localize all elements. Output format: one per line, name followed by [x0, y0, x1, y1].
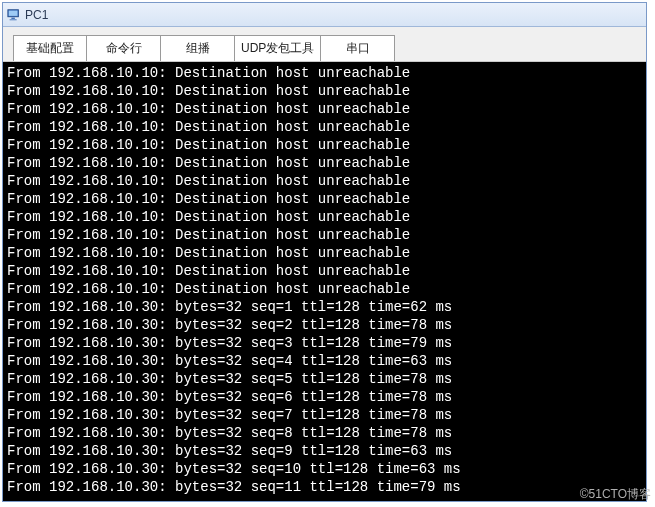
tab-label: 基础配置 [26, 40, 74, 57]
terminal-line: From 192.168.10.10: Destination host unr… [7, 154, 642, 172]
terminal-line: From 192.168.10.30: bytes=32 seq=11 ttl=… [7, 478, 642, 496]
tab-label: 组播 [186, 40, 210, 57]
svg-rect-2 [11, 17, 15, 18]
window-title: PC1 [25, 8, 48, 22]
tab-command-line[interactable]: 命令行 [87, 35, 161, 61]
terminal-line: From 192.168.10.10: Destination host unr… [7, 100, 642, 118]
terminal-line: From 192.168.10.30: bytes=32 seq=10 ttl=… [7, 460, 642, 478]
terminal-line: From 192.168.10.10: Destination host unr… [7, 172, 642, 190]
tab-multicast[interactable]: 组播 [161, 35, 235, 61]
terminal-line: From 192.168.10.10: Destination host unr… [7, 208, 642, 226]
tab-udp-tool[interactable]: UDP发包工具 [235, 35, 321, 61]
tabbar: 基础配置 命令行 组播 UDP发包工具 串口 [3, 27, 646, 62]
terminal-line: From 192.168.10.30: bytes=32 seq=3 ttl=1… [7, 334, 642, 352]
watermark: ©51CTO博客 [580, 486, 651, 503]
terminal-line: From 192.168.10.30: bytes=32 seq=6 ttl=1… [7, 388, 642, 406]
tab-label: 命令行 [106, 40, 142, 57]
terminal-line: From 192.168.10.30: bytes=32 seq=7 ttl=1… [7, 406, 642, 424]
tab-label: 串口 [346, 40, 370, 57]
terminal-line: From 192.168.10.10: Destination host unr… [7, 280, 642, 298]
terminal-line: From 192.168.10.10: Destination host unr… [7, 244, 642, 262]
terminal-line: From 192.168.10.30: bytes=32 seq=8 ttl=1… [7, 424, 642, 442]
app-window: PC1 基础配置 命令行 组播 UDP发包工具 串口 From 192.168.… [2, 2, 647, 502]
terminal-line: From 192.168.10.10: Destination host unr… [7, 82, 642, 100]
pc-icon [7, 8, 21, 22]
terminal-line: From 192.168.10.30: bytes=32 seq=4 ttl=1… [7, 352, 642, 370]
svg-rect-1 [9, 10, 18, 15]
terminal-line: From 192.168.10.30: bytes=32 seq=9 ttl=1… [7, 442, 642, 460]
terminal-line: From 192.168.10.30: bytes=32 seq=5 ttl=1… [7, 370, 642, 388]
terminal-line: From 192.168.10.10: Destination host unr… [7, 190, 642, 208]
tab-label: UDP发包工具 [241, 40, 314, 57]
svg-rect-3 [10, 19, 17, 20]
terminal-line: From 192.168.10.30: bytes=32 seq=2 ttl=1… [7, 316, 642, 334]
titlebar: PC1 [3, 3, 646, 27]
terminal-line: From 192.168.10.30: bytes=32 seq=1 ttl=1… [7, 298, 642, 316]
terminal-line: From 192.168.10.10: Destination host unr… [7, 226, 642, 244]
terminal-line: From 192.168.10.10: Destination host unr… [7, 262, 642, 280]
terminal-output[interactable]: From 192.168.10.10: Destination host unr… [3, 62, 646, 501]
terminal-line: From 192.168.10.10: Destination host unr… [7, 136, 642, 154]
terminal-line: From 192.168.10.10: Destination host unr… [7, 64, 642, 82]
terminal-line: From 192.168.10.10: Destination host unr… [7, 118, 642, 136]
tab-basic-config[interactable]: 基础配置 [13, 35, 87, 61]
tab-serial[interactable]: 串口 [321, 35, 395, 61]
